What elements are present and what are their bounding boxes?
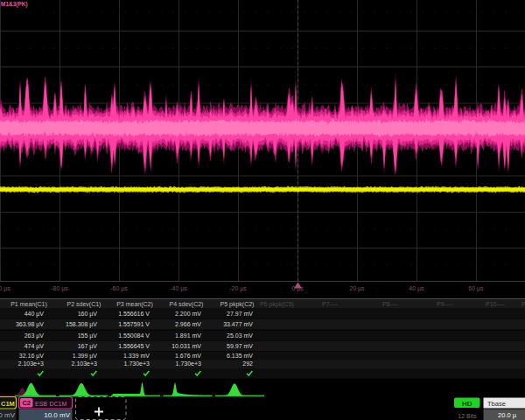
svg-text:Tbase: Tbase: [487, 400, 506, 408]
svg-text:474 µV: 474 µV: [24, 343, 45, 350]
svg-text:P10----: P10----: [486, 301, 505, 307]
svg-text:6.135 mV: 6.135 mV: [227, 353, 253, 359]
svg-text:167 µV: 167 µV: [78, 343, 98, 350]
svg-text:1.730e+3: 1.730e+3: [176, 360, 201, 367]
svg-text:292: 292: [242, 360, 253, 367]
svg-text:DC1M: DC1M: [50, 401, 67, 407]
svg-text:ESB: ESB: [35, 401, 47, 407]
svg-text:1.557591 V: 1.557591 V: [118, 321, 150, 327]
svg-text:P7----: P7----: [322, 301, 339, 307]
svg-text:440 µV: 440 µV: [24, 311, 45, 318]
svg-text:2.200 mV: 2.200 mV: [175, 311, 201, 317]
svg-text:1.676 mV: 1.676 mV: [175, 353, 201, 359]
svg-text:10.031 mV: 10.031 mV: [172, 343, 201, 349]
svg-text:2.103e+3: 2.103e+3: [72, 360, 97, 367]
svg-text:-80 µs: -80 µs: [51, 285, 68, 292]
svg-text:10.0 mV: 10.0 mV: [44, 411, 70, 419]
svg-text:HD: HD: [462, 400, 472, 408]
svg-text:27.97 mV: 27.97 mV: [227, 311, 253, 317]
svg-text:1.730e+3: 1.730e+3: [124, 360, 150, 367]
svg-text:-20 µs: -20 µs: [229, 285, 247, 292]
svg-text:1.550084 V: 1.550084 V: [118, 332, 150, 339]
svg-text:P6 pkpk(C5): P6 pkpk(C5): [260, 301, 294, 308]
svg-text:1.399 µV: 1.399 µV: [73, 353, 97, 360]
svg-text:1.339 mV: 1.339 mV: [123, 353, 150, 359]
svg-text:1.891 mV: 1.891 mV: [175, 332, 201, 339]
svg-text:P5 pkpk(C2): P5 pkpk(C2): [220, 301, 255, 308]
svg-text:P2 sdev(C1): P2 sdev(C1): [67, 301, 102, 308]
svg-text:1.556645 V: 1.556645 V: [118, 343, 150, 349]
svg-text:12 Bits: 12 Bits: [458, 413, 477, 419]
svg-text:C2: C2: [22, 399, 31, 407]
svg-text:33.477 mV: 33.477 mV: [223, 321, 253, 327]
svg-text:-40 µs: -40 µs: [170, 285, 187, 292]
svg-text:363.98 µV: 363.98 µV: [16, 321, 44, 328]
svg-text:2.966 mV: 2.966 mV: [175, 321, 201, 327]
svg-text:-60 µs: -60 µs: [110, 285, 128, 292]
svg-text:155 µV: 155 µV: [78, 332, 98, 340]
svg-text:40 µs: 40 µs: [409, 285, 424, 292]
svg-text:P8----: P8----: [382, 301, 399, 307]
svg-text:263 µV: 263 µV: [24, 332, 45, 340]
svg-text:-100 µs: -100 µs: [0, 285, 10, 292]
svg-text:P9----: P9----: [437, 301, 453, 307]
svg-text:2.103e+3: 2.103e+3: [18, 360, 44, 367]
svg-text:32.16 µV: 32.16 µV: [19, 353, 44, 360]
svg-text:P3 mean(C2): P3 mean(C2): [116, 301, 153, 308]
svg-text:59.97 mV: 59.97 mV: [227, 343, 253, 349]
svg-text:60 µs: 60 µs: [468, 285, 484, 292]
svg-text:P4 sdev(C2): P4 sdev(C2): [170, 301, 204, 308]
svg-text:20 µs: 20 µs: [349, 285, 365, 292]
svg-text:25.03 mV: 25.03 mV: [227, 332, 253, 339]
svg-text:P1 mean(C1): P1 mean(C1): [10, 301, 47, 308]
svg-text:0 µs: 0 µs: [291, 285, 304, 292]
svg-text:C1M: C1M: [1, 400, 15, 408]
svg-text:M1&3(PK): M1&3(PK): [1, 1, 28, 8]
svg-text:1.556616 V: 1.556616 V: [118, 311, 150, 317]
svg-text:P1: P1: [522, 301, 525, 307]
svg-text:20.0 µ: 20.0 µ: [498, 411, 517, 419]
svg-text:0 mV: 0 mV: [0, 411, 16, 419]
svg-text:158.308 µV: 158.308 µV: [66, 321, 97, 328]
svg-text:160 µV: 160 µV: [78, 311, 98, 318]
